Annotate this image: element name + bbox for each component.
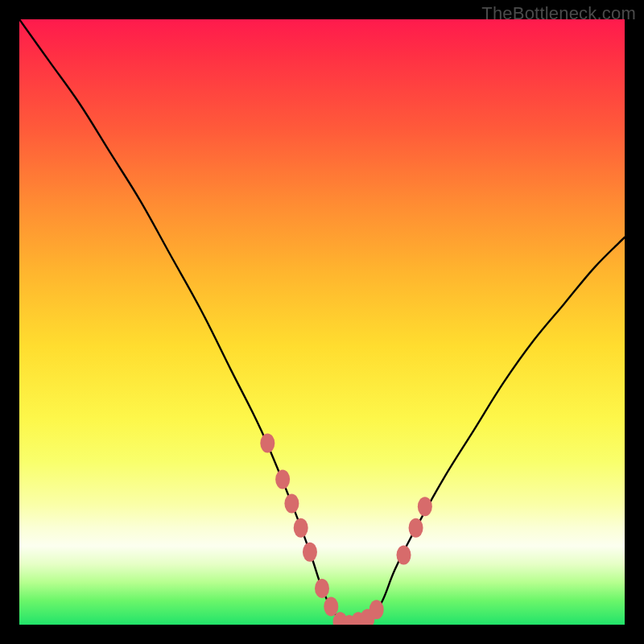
curve-marker xyxy=(284,494,299,514)
curve-marker xyxy=(315,579,329,598)
curve-marker xyxy=(397,546,411,565)
curve-marker xyxy=(303,543,317,562)
curve-marker xyxy=(409,518,423,538)
curve-marker xyxy=(275,470,290,489)
marker-layer xyxy=(19,19,625,625)
plot-area xyxy=(19,19,625,625)
watermark-text: TheBottleneck.com xyxy=(481,3,636,24)
chart-frame: TheBottleneck.com xyxy=(0,0,644,644)
curve-marker xyxy=(260,433,275,452)
curve-marker xyxy=(324,597,338,616)
curve-marker xyxy=(418,497,432,516)
curve-marker xyxy=(369,600,384,619)
curve-marker xyxy=(294,518,308,538)
